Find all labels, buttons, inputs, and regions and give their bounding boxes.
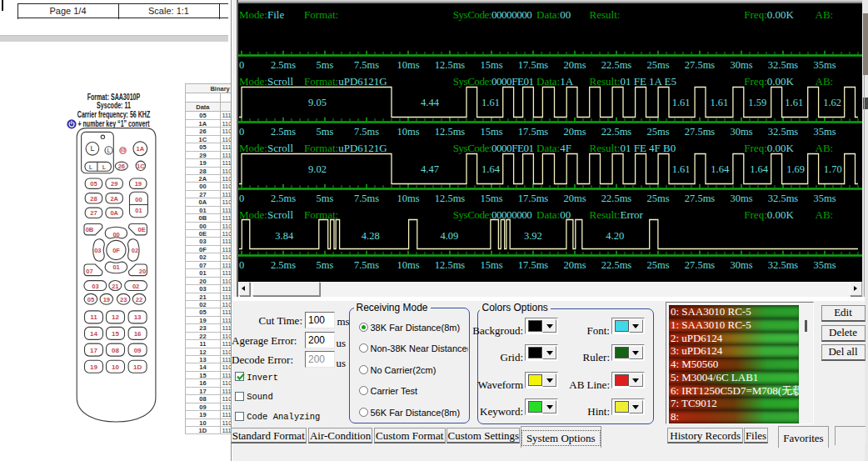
- svg-text:05: 05: [90, 180, 97, 188]
- svg-text:2.5ms: 2.5ms: [271, 259, 296, 271]
- svg-text:20ms: 20ms: [563, 126, 586, 138]
- svg-text:10ms: 10ms: [397, 193, 419, 204]
- svg-text:28: 28: [90, 195, 97, 203]
- svg-text:1.69: 1.69: [786, 163, 805, 175]
- svg-text:10ms: 10ms: [397, 126, 419, 138]
- svg-text:11: 11: [90, 313, 97, 321]
- svg-text:1.61: 1.61: [672, 163, 691, 175]
- svg-text:12.5ms: 12.5ms: [435, 193, 466, 204]
- svg-text:30ms: 30ms: [730, 126, 752, 138]
- svg-text:35ms: 35ms: [813, 193, 836, 204]
- svg-text:25ms: 25ms: [646, 259, 669, 271]
- svg-text:L: L: [102, 163, 107, 171]
- svg-text:12.5ms: 12.5ms: [435, 259, 466, 271]
- svg-text:L: L: [107, 147, 111, 154]
- svg-text:14: 14: [90, 330, 97, 338]
- svg-text:1C: 1C: [137, 163, 145, 170]
- svg-text:15ms: 15ms: [480, 259, 502, 271]
- svg-text:0A: 0A: [110, 209, 118, 217]
- svg-text:9.05: 9.05: [308, 97, 327, 108]
- svg-text:0F: 0F: [112, 247, 120, 254]
- svg-text:4.09: 4.09: [440, 230, 458, 242]
- svg-text:12.5ms: 12.5ms: [435, 126, 466, 138]
- svg-text:5ms: 5ms: [317, 259, 334, 271]
- svg-text:27: 27: [90, 209, 97, 217]
- svg-text:17.5ms: 17.5ms: [518, 126, 549, 138]
- svg-text:32.5ms: 32.5ms: [768, 259, 799, 271]
- svg-text:10: 10: [112, 363, 119, 371]
- svg-text:26: 26: [118, 163, 125, 170]
- svg-text:3.92: 3.92: [524, 230, 542, 242]
- svg-text:22.5ms: 22.5ms: [601, 259, 632, 271]
- svg-text:17: 17: [90, 347, 97, 354]
- svg-text:1.64: 1.64: [711, 163, 730, 175]
- svg-text:03: 03: [94, 247, 101, 254]
- svg-text:03: 03: [121, 148, 126, 153]
- svg-text:15: 15: [112, 330, 119, 338]
- svg-text:4.47: 4.47: [421, 163, 439, 175]
- svg-text:1.59: 1.59: [748, 97, 766, 108]
- svg-text:2A: 2A: [110, 195, 118, 203]
- svg-text:27.5ms: 27.5ms: [685, 126, 716, 138]
- svg-text:0: 0: [239, 126, 244, 138]
- svg-text:5ms: 5ms: [317, 59, 334, 71]
- svg-text:27.5ms: 27.5ms: [685, 193, 716, 204]
- svg-text:35ms: 35ms: [813, 126, 836, 138]
- svg-text:1.64: 1.64: [750, 163, 769, 175]
- svg-text:07: 07: [86, 268, 92, 275]
- svg-text:30ms: 30ms: [730, 259, 752, 271]
- svg-text:12.5ms: 12.5ms: [435, 59, 466, 71]
- svg-text:19: 19: [135, 180, 142, 188]
- svg-text:2.5ms: 2.5ms: [271, 126, 296, 138]
- svg-text:01: 01: [112, 263, 119, 271]
- svg-text:15ms: 15ms: [480, 59, 502, 71]
- svg-text:27.5ms: 27.5ms: [685, 59, 716, 71]
- svg-text:15ms: 15ms: [480, 193, 502, 204]
- svg-text:5ms: 5ms: [317, 193, 334, 204]
- svg-text:17.5ms: 17.5ms: [518, 259, 549, 271]
- svg-text:2.5ms: 2.5ms: [271, 59, 296, 71]
- svg-text:01: 01: [135, 207, 142, 214]
- svg-text:20: 20: [139, 268, 146, 275]
- svg-text:1.61: 1.61: [785, 97, 803, 108]
- svg-text:02: 02: [132, 247, 138, 254]
- svg-text:7.5ms: 7.5ms: [354, 193, 379, 204]
- svg-text:L: L: [89, 163, 93, 171]
- svg-text:1.64: 1.64: [481, 163, 501, 175]
- svg-text:03: 03: [92, 283, 98, 290]
- svg-text:1.70: 1.70: [824, 163, 842, 175]
- svg-text:1D: 1D: [133, 363, 142, 371]
- svg-text:10ms: 10ms: [397, 59, 419, 71]
- svg-text:29: 29: [111, 180, 117, 188]
- svg-text:25ms: 25ms: [646, 59, 669, 71]
- svg-text:08: 08: [112, 347, 119, 354]
- svg-text:20ms: 20ms: [563, 259, 586, 271]
- svg-text:32.5ms: 32.5ms: [768, 126, 799, 138]
- svg-text:0E: 0E: [138, 226, 146, 233]
- svg-text:00: 00: [112, 231, 119, 238]
- svg-text:1.61: 1.61: [672, 97, 691, 108]
- svg-text:1.61: 1.61: [481, 97, 500, 108]
- svg-text:4.28: 4.28: [362, 230, 380, 242]
- svg-text:13: 13: [134, 313, 142, 321]
- svg-text:15ms: 15ms: [480, 126, 502, 138]
- svg-text:35ms: 35ms: [813, 259, 836, 271]
- svg-text:32.5ms: 32.5ms: [768, 59, 799, 71]
- svg-text:22: 22: [136, 296, 142, 303]
- svg-text:02: 02: [132, 283, 139, 290]
- svg-text:0: 0: [239, 59, 244, 71]
- svg-text:22.5ms: 22.5ms: [601, 126, 632, 138]
- svg-text:17.5ms: 17.5ms: [518, 193, 549, 204]
- svg-text:1A: 1A: [137, 145, 145, 153]
- svg-text:1.62: 1.62: [823, 97, 841, 108]
- svg-text:5ms: 5ms: [317, 126, 334, 138]
- svg-text:4.20: 4.20: [606, 230, 624, 242]
- svg-text:30ms: 30ms: [730, 59, 752, 71]
- svg-text:17.5ms: 17.5ms: [518, 59, 549, 71]
- svg-text:22.5ms: 22.5ms: [601, 59, 632, 71]
- svg-text:0B: 0B: [86, 226, 94, 233]
- svg-text:19: 19: [90, 363, 97, 371]
- svg-text:19: 19: [103, 296, 110, 303]
- svg-text:2.5ms: 2.5ms: [271, 193, 296, 204]
- svg-text:9.02: 9.02: [308, 163, 327, 175]
